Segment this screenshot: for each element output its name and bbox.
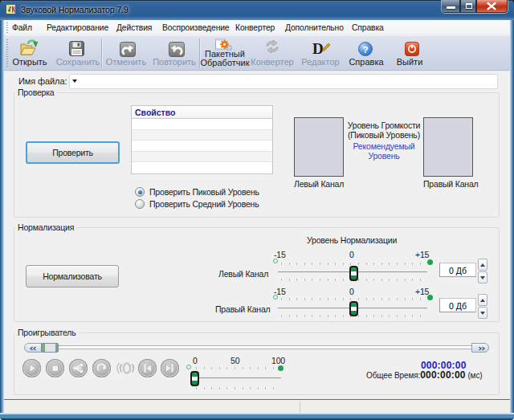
svg-text:D: D: [312, 40, 324, 57]
svg-text:?: ?: [362, 44, 368, 55]
